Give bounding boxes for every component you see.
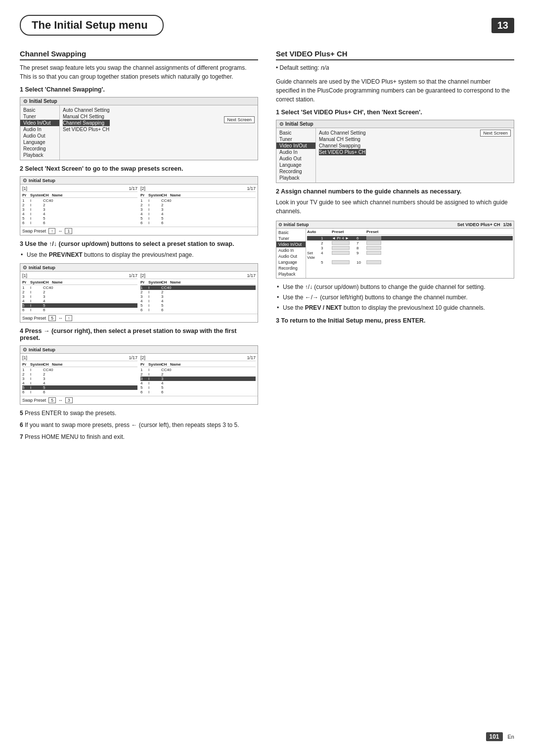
vplus-menu-audioin: Audio In [276, 247, 306, 253]
mini-table-screen-2-header: ⊙ Initial Setup [20, 177, 258, 185]
s2r6c4 [170, 221, 256, 225]
table-section-4b: [2] 1/17 PrSystemCHName 1ICC40 2I2 3I3 4… [140, 355, 256, 394]
table-section-3a: [1] 1/17 PrSystemCHName 1ICC40 2I2 3I3 4… [22, 273, 137, 312]
footer-box2-4: 3 [65, 397, 73, 403]
step2-heading: 2 Select 'Next Screen' to go to the swap… [20, 165, 258, 172]
vplus-bar-7 [366, 241, 381, 245]
default-value: n/a [321, 64, 329, 71]
r6c4 [52, 221, 137, 225]
step6-text: 6 If you want to swap more presets, pres… [20, 421, 258, 429]
vplus-bar-4 [332, 251, 350, 255]
r1c4 [52, 198, 137, 203]
s2r4c3: 4 [161, 212, 170, 216]
right-column: Set VIDEO Plus+ CH • Default setting: n/… [276, 49, 514, 444]
mini-table-screen-2: ⊙ Initial Setup [1] 1/17 Pr System CH [20, 176, 258, 236]
footer-arrow-4: ↔ [58, 398, 63, 403]
rhs-bullet-2: Use the ←/→ (cursor left/right) buttons … [276, 293, 514, 302]
r3c1: 3 [22, 207, 30, 212]
r4c2: I [30, 212, 43, 216]
mini-footer-4: Swap Preset 5 ↔ 3 [20, 396, 258, 404]
table-screen-icon-3: ⊙ [23, 265, 27, 270]
s2r6c3: 6 [161, 221, 170, 225]
mini-screen-r1-body: Basic Tuner Video In/Out Audio In Audio … [276, 128, 514, 183]
r1-content-videoplus: Set VIDEO Plus+ CH [319, 149, 366, 155]
sec4b-page: 1/17 [247, 355, 256, 360]
mini-vplus-menu: Basic Tuner Video In/Out Audio In Audio … [276, 229, 306, 278]
table-screen-title-3: Initial Setup [29, 265, 55, 270]
vplus-page: 1/26 [503, 222, 512, 227]
sec4a-page: 1/17 [129, 355, 137, 360]
rhs-step1-heading: 1 Select 'Set VIDEO Plus+ CH', then 'Nex… [276, 109, 514, 116]
r1-menu-audioin: Audio In [276, 149, 315, 155]
mini-content-r1: Auto Channel Setting Manual CH Setting C… [316, 128, 514, 183]
section1-page: 1/17 [129, 186, 137, 191]
r3c2: I [30, 207, 43, 212]
menu-item-audioout-1: Audio Out [20, 133, 59, 139]
mini-content-1: Auto Channel Setting Manual CH Setting C… [60, 105, 258, 160]
next-screen-btn-1[interactable]: Next Screen [224, 116, 255, 123]
table-section-3a-header: [1] 1/17 [22, 273, 137, 279]
vplus-header-left: ⊙ Initial Setup [278, 222, 309, 227]
s2r5c4 [170, 216, 256, 221]
s2r1c2: I [148, 198, 161, 203]
mini-menu-r1: Basic Tuner Video In/Out Audio In Audio … [276, 128, 316, 183]
mini-vplus-screen: ⊙ Initial Setup Set VIDEO Plus+ CH 1/26 … [276, 221, 514, 279]
s2r6c2: I [148, 221, 161, 225]
table-section-1-header: [1] 1/17 [22, 186, 137, 192]
channel-swapping-title: Channel Swapping [20, 49, 258, 60]
r4c1: 4 [22, 212, 30, 216]
content-video-plus-1: Set VIDEO Plus+ CH [63, 126, 110, 133]
screen-title-1: Initial Setup [29, 98, 57, 104]
rhs-step2-body: Look in your TV guide to see which chann… [276, 198, 514, 216]
mini-table-screen-3: ⊙ Initial Setup [1] 1/17 PrSystemCHName … [20, 263, 258, 323]
set-video-plus-body: Guide channels are used by the VIDEO Plu… [276, 77, 514, 104]
vplus-bar-3 [332, 246, 350, 250]
content-manual-1: Manual CH Setting [63, 113, 110, 120]
rhs-bullet-3: Use the PREV / NEXT button to display th… [276, 303, 514, 312]
vplus-menu-audioout: Audio Out [276, 253, 306, 259]
r6c3: 6 [43, 221, 52, 225]
table-section-3b-header: [2] 1/17 [140, 273, 256, 279]
mini-table-screen-4: ⊙ Initial Setup [1] 1/17 PrSystemCHName … [20, 345, 258, 405]
r5c3: 5 [43, 216, 52, 221]
menu-item-basic-1: Basic [20, 107, 59, 113]
r2c4 [52, 203, 137, 207]
menu-item-video-1: Video In/Out [20, 120, 59, 126]
s2r1c3: CC40 [161, 198, 170, 203]
r2c1: 2 [22, 203, 30, 207]
mini-vplus-header: ⊙ Initial Setup Set VIDEO Plus+ CH 1/26 [276, 221, 514, 229]
r1-menu-recording: Recording [276, 168, 315, 175]
table-section-4b-header: [2] 1/17 [140, 355, 256, 361]
page-number: 13 [491, 18, 514, 33]
default-setting: • Default setting: n/a [276, 63, 514, 72]
mini-footer-2: Swap Preset ↑ ↔ 1 [20, 227, 258, 235]
r5c1: 5 [22, 216, 30, 221]
footer-box1-2: ↑ [48, 228, 55, 234]
r1c3: CC40 [43, 198, 52, 203]
rhs-bullet-1: Use the ↑/↓ (cursor up/down) buttons to … [276, 283, 514, 291]
section2-label: [2] [140, 186, 145, 191]
r4c4 [52, 212, 137, 216]
table-screen-title-2: Initial Setup [29, 178, 55, 183]
s2r4c1: 4 [140, 212, 148, 216]
vplus-bar-6 [366, 236, 381, 240]
mini-table-body-2: [1] 1/17 Pr System CH Name 1ICC40 [20, 185, 258, 227]
sec3b-page: 1/17 [247, 273, 256, 278]
vplus-menu-recording: Recording [276, 265, 306, 271]
s2r3c3: 3 [161, 207, 170, 212]
mini-screen-1-header: ⊙ Initial Setup [20, 97, 258, 105]
s2r5c3: 5 [161, 216, 170, 221]
col-pr-1: Pr [22, 193, 30, 197]
r5c2: I [30, 216, 43, 221]
mini-vplus-content: Auto Preset Preset 1 ◄ Pr 4 ► 6 [306, 229, 514, 278]
mini-screen-1-body: Basic Tuner Video In/Out Audio In Audio … [20, 105, 258, 160]
vplus-menu-basic: Basic [276, 230, 306, 236]
table-screen-icon-2: ⊙ [23, 178, 27, 183]
sec3a-label: [1] [22, 273, 27, 278]
next-screen-btn-r1[interactable]: Next Screen [480, 130, 511, 137]
vplus-subtitle: Set VIDEO Plus+ CH [457, 222, 500, 227]
r1-content-swap: Channel Swapping [319, 142, 366, 149]
vplus-menu-language: Language [276, 259, 306, 265]
footer-arrow-3: ↔ [58, 316, 63, 321]
sec3a-page: 1/17 [129, 273, 137, 278]
